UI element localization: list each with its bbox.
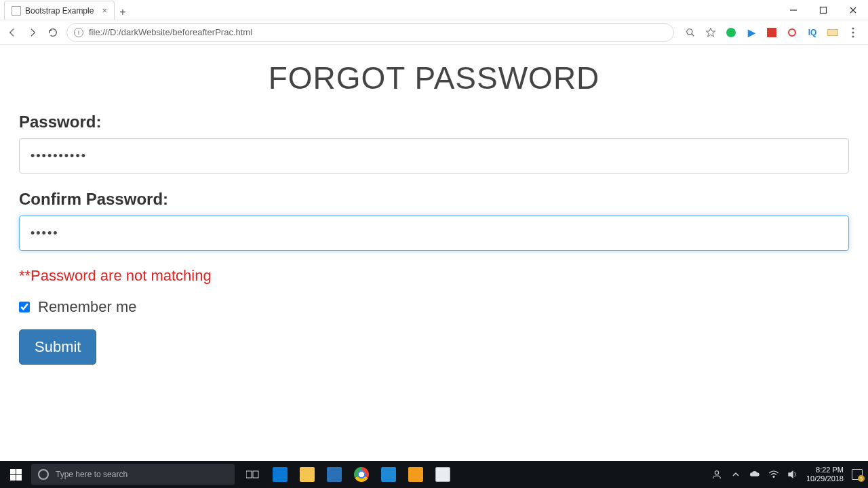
tray-wifi-icon[interactable] — [768, 469, 779, 480]
taskbar-app-chrome[interactable] — [350, 461, 373, 488]
password-label: Password: — [19, 113, 849, 131]
submit-button[interactable]: Submit — [19, 329, 96, 365]
svg-marker-6 — [706, 28, 715, 37]
svg-line-5 — [692, 33, 694, 36]
extension-icon-2[interactable]: ▶ — [746, 27, 757, 38]
url-text: file:///D:/darkWebsite/beforeafterPrac.h… — [89, 27, 252, 37]
tray-people-icon[interactable] — [711, 469, 722, 480]
taskbar-clock[interactable]: 8:22 PM 10/29/2018 — [806, 466, 844, 483]
forgot-password-form: Password: Confirm Password: **Password a… — [19, 113, 849, 365]
svg-rect-10 — [246, 471, 252, 478]
tray-volume-icon[interactable] — [787, 469, 798, 480]
taskbar-search[interactable]: Type here to search — [31, 464, 235, 485]
close-tab-icon[interactable]: × — [102, 5, 107, 16]
taskbar-app-explorer[interactable] — [296, 461, 319, 488]
toolbar-icons: ▶ IQ — [681, 27, 863, 38]
taskbar-app-edge[interactable] — [269, 461, 292, 488]
notifications-icon[interactable]: 5 — [852, 469, 863, 480]
page-title: FORGOT PASSWORD — [19, 60, 849, 96]
forward-button[interactable] — [26, 26, 39, 39]
cortana-icon — [38, 469, 49, 480]
back-button[interactable] — [5, 26, 19, 39]
taskbar-app-notepad[interactable] — [431, 461, 454, 488]
browser-menu-icon[interactable] — [848, 27, 859, 38]
system-tray: 8:22 PM 10/29/2018 5 — [711, 466, 868, 483]
notification-badge: 5 — [858, 475, 865, 482]
svg-marker-14 — [788, 470, 793, 479]
bookmark-star-icon[interactable] — [705, 27, 716, 38]
minimize-window-button[interactable] — [778, 1, 808, 20]
taskbar-app-sublime[interactable] — [404, 461, 427, 488]
remember-me-label: Remember me — [38, 298, 136, 316]
remember-me-row[interactable]: Remember me — [19, 298, 849, 316]
clock-time: 8:22 PM — [806, 466, 844, 474]
windows-logo-icon — [10, 469, 22, 481]
extension-icon-5[interactable]: IQ — [807, 27, 818, 38]
tray-onedrive-icon[interactable] — [749, 469, 760, 480]
remember-me-checkbox[interactable] — [19, 302, 30, 312]
tray-chevron-up-icon[interactable] — [730, 469, 741, 480]
tab-title: Bootstrap Example — [25, 6, 94, 16]
site-info-icon[interactable]: i — [74, 28, 83, 37]
extension-icon-4[interactable] — [787, 27, 797, 38]
validation-error: **Password are not matching — [19, 267, 849, 285]
confirm-password-label: Confirm Password: — [19, 190, 849, 209]
taskbar-app-vscode[interactable] — [377, 461, 400, 488]
svg-point-13 — [773, 476, 774, 477]
extension-icon-3[interactable] — [766, 27, 777, 38]
task-view-icon[interactable] — [241, 461, 264, 488]
taskbar-pinned-apps — [241, 461, 454, 488]
svg-rect-11 — [253, 471, 258, 478]
windows-taskbar: Type here to search 8:22 PM 10/29/2018 5 — [0, 461, 868, 488]
svg-point-9 — [852, 35, 854, 37]
svg-point-12 — [715, 471, 718, 474]
clock-date: 10/29/2018 — [806, 474, 844, 483]
browser-titlebar: Bootstrap Example × + — [0, 0, 868, 20]
svg-rect-1 — [821, 7, 827, 14]
svg-point-7 — [852, 27, 854, 29]
password-input[interactable] — [19, 138, 849, 174]
extension-icon-1[interactable] — [726, 27, 736, 38]
start-button[interactable] — [0, 461, 31, 488]
page-content: FORGOT PASSWORD Password: Confirm Passwo… — [0, 45, 868, 461]
browser-tab[interactable]: Bootstrap Example × — [4, 1, 115, 20]
reload-button[interactable] — [46, 26, 60, 39]
svg-point-4 — [687, 28, 692, 34]
file-icon — [12, 6, 21, 16]
taskbar-app-store[interactable] — [323, 461, 346, 488]
address-bar[interactable]: i file:///D:/darkWebsite/beforeafterPrac… — [66, 23, 674, 42]
close-window-button[interactable] — [838, 1, 868, 20]
zoom-icon[interactable] — [685, 27, 696, 38]
browser-toolbar: i file:///D:/darkWebsite/beforeafterPrac… — [0, 20, 868, 45]
new-tab-button[interactable]: + — [115, 5, 131, 20]
svg-point-8 — [852, 31, 854, 33]
maximize-window-button[interactable] — [808, 1, 838, 20]
confirm-password-input[interactable] — [19, 216, 849, 251]
extension-icon-6[interactable] — [827, 27, 838, 38]
taskbar-search-placeholder: Type here to search — [56, 470, 127, 479]
